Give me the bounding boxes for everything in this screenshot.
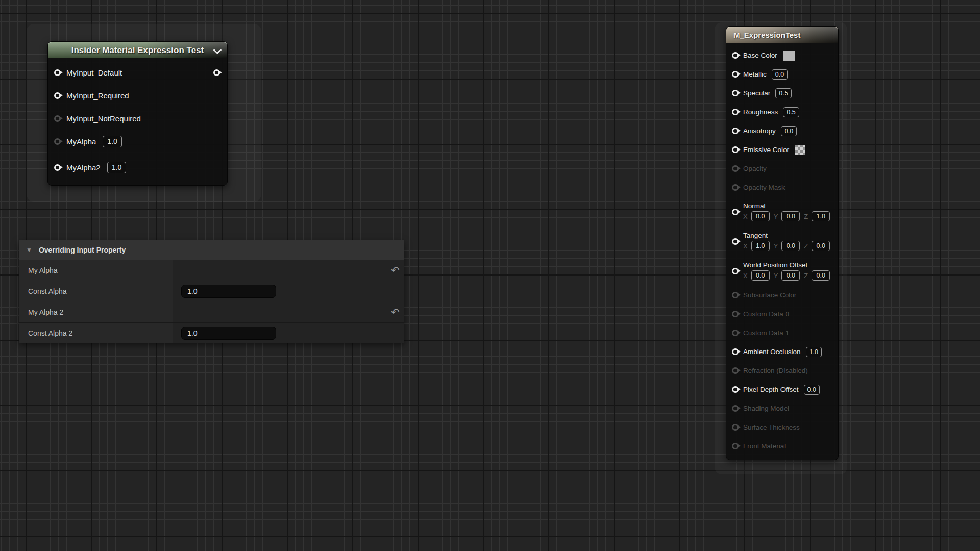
input-pin-icon[interactable]: [732, 184, 739, 191]
pin-default-value[interactable]: 1.0: [806, 347, 822, 357]
reset-to-default-icon[interactable]: ↶: [391, 265, 400, 276]
property-row: My Alpha ↶: [19, 260, 404, 281]
input-pin-icon[interactable]: [732, 165, 739, 172]
pin-label: Normal: [743, 202, 830, 210]
material-input-row-vector: World Position Offset X0.0Y0.0Z0.0: [726, 256, 838, 286]
input-pin-icon[interactable]: [732, 146, 739, 153]
axis-label: Y: [774, 242, 778, 250]
input-pin-icon[interactable]: [732, 405, 739, 412]
input-pin-icon[interactable]: [732, 109, 739, 115]
pin-default-value[interactable]: 0.0: [781, 241, 800, 251]
color-swatch[interactable]: [783, 50, 795, 61]
material-input-row: Ambient Occlusion 1.0: [726, 342, 838, 361]
output-pin-icon[interactable]: [213, 69, 220, 76]
input-pin-icon[interactable]: [732, 90, 739, 96]
property-row: Const Alpha 1.0: [19, 281, 404, 302]
input-pin-icon[interactable]: [732, 330, 739, 336]
input-pin-icon[interactable]: [732, 128, 739, 134]
pin-default-value[interactable]: 0.0: [781, 126, 797, 136]
material-input-row: Refraction (Disabled): [726, 361, 838, 380]
pin-default-value[interactable]: 0.0: [751, 270, 770, 281]
material-input-row: Pixel Depth Offset 0.0: [726, 380, 838, 399]
pin-default-value[interactable]: 1.0: [751, 241, 770, 251]
expression-node-header[interactable]: Insider Material Expression Test: [48, 42, 227, 58]
pin-default-value[interactable]: 0.0: [772, 69, 788, 80]
pin-label: Custom Data 0: [743, 310, 789, 318]
pin-default-value[interactable]: 0.5: [775, 88, 791, 98]
pin-label: Refraction (Disabled): [743, 367, 808, 374]
input-pin-icon[interactable]: [732, 424, 739, 431]
axis-label: X: [743, 242, 748, 250]
pin-default-value[interactable]: 0.0: [751, 211, 770, 221]
material-input-row: Custom Data 1: [726, 323, 838, 342]
pin-label: Metallic: [743, 70, 767, 78]
material-expression-node[interactable]: Insider Material Expression Test MyInput…: [47, 41, 228, 186]
input-pin-icon[interactable]: [732, 443, 739, 449]
pin-label: Tangent: [743, 232, 830, 239]
category-header[interactable]: ▼ Overriding Input Property: [19, 240, 404, 260]
material-input-row: Subsurface Color: [726, 286, 838, 305]
input-pin-icon[interactable]: [54, 69, 61, 76]
property-rows: My Alpha ↶ Const Alpha 1.0 My Alpha 2: [19, 260, 404, 343]
pin-default-value[interactable]: 0.0: [781, 211, 800, 221]
property-value-text: 1.0: [182, 329, 197, 337]
input-pin-icon[interactable]: [732, 292, 739, 298]
material-input-row-vector: Tangent X1.0Y0.0Z0.0: [726, 227, 838, 256]
property-row: My Alpha 2 ↶: [19, 302, 404, 322]
pin-label: MyAlpha2: [66, 163, 101, 172]
reset-to-default-icon[interactable]: ↶: [391, 307, 400, 317]
input-pin-icon[interactable]: [732, 311, 739, 317]
material-input-row: Opacity: [726, 159, 838, 178]
property-value-input[interactable]: 1.0: [181, 327, 276, 340]
expression-input-row: MyAlpha2 1.0: [48, 156, 227, 179]
pin-label: Surface Thickness: [743, 423, 800, 431]
material-graph-canvas[interactable]: Insider Material Expression Test MyInput…: [0, 0, 980, 551]
input-pin-icon[interactable]: [732, 71, 739, 78]
pin-default-value[interactable]: 0.5: [783, 107, 799, 117]
pin-default-value[interactable]: 0.0: [804, 385, 820, 395]
details-panel: ▼ Overriding Input Property My Alpha ↶ C…: [19, 240, 404, 343]
input-pin-icon[interactable]: [54, 92, 61, 99]
category-title: Overriding Input Property: [39, 246, 126, 254]
pin-label: MyInput_Required: [66, 91, 129, 100]
input-pin-icon[interactable]: [732, 209, 739, 215]
input-pin-icon[interactable]: [732, 348, 739, 355]
expression-input-row: MyAlpha 1.0: [48, 130, 227, 153]
pin-label: Anisotropy: [743, 127, 776, 135]
result-node-header[interactable]: M_ExpressionTest: [726, 27, 838, 43]
input-pin-icon[interactable]: [732, 367, 739, 374]
pin-default-value[interactable]: 0.0: [781, 270, 800, 281]
pin-default-value[interactable]: 0.0: [812, 241, 830, 251]
pin-default-value[interactable]: 1.0: [103, 136, 121, 147]
checker-color-swatch[interactable]: [795, 144, 806, 156]
axis-label: Z: [804, 242, 808, 250]
pin-label: World Position Offset: [743, 261, 830, 269]
chevron-down-icon[interactable]: [213, 46, 222, 55]
input-pin-icon[interactable]: [54, 164, 61, 171]
material-input-row: Shading Model: [726, 399, 838, 418]
material-input-row: Custom Data 0: [726, 305, 838, 323]
pin-default-value[interactable]: 0.0: [812, 270, 830, 281]
pin-label: Ambient Occlusion: [743, 348, 801, 356]
material-input-row: Base Color: [726, 46, 838, 65]
input-pin-icon[interactable]: [732, 386, 739, 393]
input-pin-icon[interactable]: [732, 268, 739, 274]
property-value-input[interactable]: 1.0: [181, 285, 276, 298]
pin-default-value[interactable]: 1.0: [812, 211, 830, 221]
input-pin-icon[interactable]: [732, 52, 739, 59]
material-input-row: Emissive Color: [726, 140, 838, 159]
axis-label: Z: [804, 213, 808, 220]
material-input-row-vector: Normal X0.0Y0.0Z1.0: [726, 197, 838, 227]
pin-default-value[interactable]: 1.0: [107, 162, 126, 173]
pin-label: Pixel Depth Offset: [743, 386, 799, 393]
axis-label: X: [743, 213, 748, 220]
material-result-node[interactable]: M_ExpressionTest Base Color Metallic 0.0…: [726, 26, 839, 460]
input-pin-icon[interactable]: [54, 115, 61, 122]
pin-label: Specular: [743, 89, 770, 97]
input-pin-icon[interactable]: [54, 138, 61, 145]
material-input-row: Specular 0.5: [726, 84, 838, 103]
input-pin-icon[interactable]: [732, 238, 739, 245]
axis-label: Z: [804, 272, 808, 280]
triangle-down-icon[interactable]: ▼: [26, 246, 32, 254]
pin-label: Shading Model: [743, 405, 789, 412]
